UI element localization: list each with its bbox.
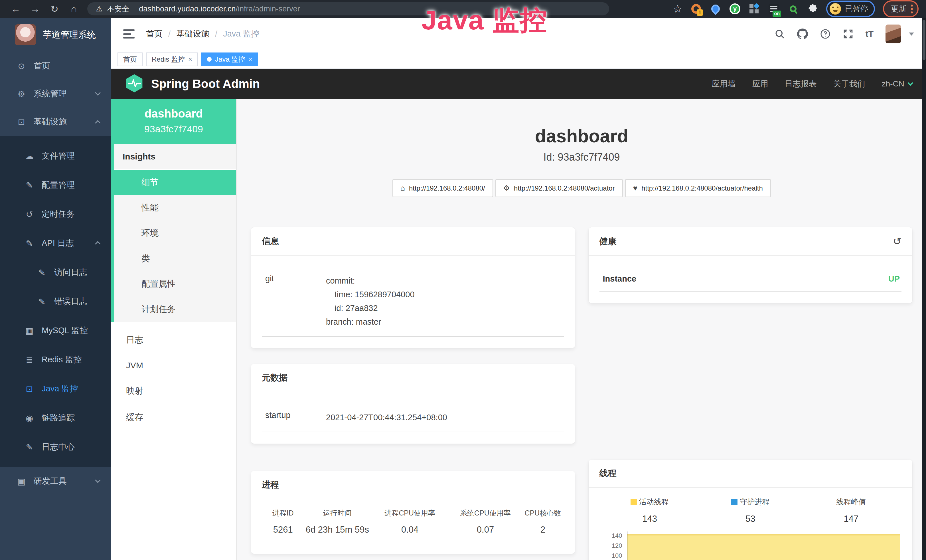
legend-label: 线程峰值 <box>836 497 866 507</box>
sba-instance-header[interactable]: dashboard 93a3fc7f7409 <box>111 99 236 144</box>
sidebar-item-home[interactable]: ⊙ 首页 <box>0 52 111 80</box>
sba-menu-classes[interactable]: 类 <box>114 246 236 271</box>
sba-menu-mappings[interactable]: 映射 <box>111 378 236 404</box>
health-url-button[interactable]: ♥http://192.168.0.2:48080/actuator/healt… <box>625 179 771 197</box>
home-icon[interactable]: ⌂ <box>66 3 82 15</box>
sba-menu-jvm[interactable]: JVM <box>111 353 236 378</box>
extension-grid-icon[interactable] <box>749 3 760 15</box>
user-caret-icon[interactable] <box>909 33 914 36</box>
threads-card-title: 线程 <box>589 460 912 488</box>
hamburger-icon[interactable] <box>123 29 135 38</box>
close-icon[interactable]: × <box>248 55 253 64</box>
service-url-button[interactable]: ⌂http://192.168.0.2:48080/ <box>392 179 493 197</box>
y-tick-140: 140 <box>612 532 622 539</box>
sidebar-item-java-monitor[interactable]: ⊡Java 监控 <box>0 374 111 403</box>
close-icon[interactable]: × <box>188 55 192 64</box>
sba-menu-metrics[interactable]: 性能 <box>114 195 236 221</box>
process-cpu-value: 0.04 <box>371 525 449 535</box>
sidebar-item-label: 定时任务 <box>42 209 75 220</box>
extension-magnifier-icon[interactable] <box>787 3 799 15</box>
history-icon[interactable]: ↺ <box>893 235 902 247</box>
sba-menu-environment[interactable]: 环境 <box>114 221 236 246</box>
sidebar-item-tracing[interactable]: ◉链路追踪 <box>0 403 111 433</box>
extension-orange-icon[interactable]: 1 <box>690 3 702 15</box>
sba-language-select[interactable]: zh-CN <box>882 79 912 88</box>
sba-menu-caches[interactable]: 缓存 <box>111 404 236 431</box>
back-icon[interactable]: ← <box>8 3 24 15</box>
gear-icon: ⚙ <box>15 89 28 99</box>
sidebar-item-api-log[interactable]: ✎API 日志 <box>0 229 111 258</box>
edit-square-icon: ✎ <box>35 297 48 307</box>
font-size-icon[interactable]: tT <box>865 29 873 39</box>
extension-puzzle-icon[interactable] <box>807 3 818 15</box>
reload-icon[interactable]: ↻ <box>46 3 63 15</box>
sba-menu-config-props[interactable]: 配置属性 <box>114 271 236 297</box>
sidebar-item-system[interactable]: ⚙ 系统管理 <box>0 80 111 108</box>
fullscreen-icon[interactable] <box>843 29 853 39</box>
sidebar-item-access-log[interactable]: ✎访问日志 <box>0 258 111 287</box>
sidebar-item-infra[interactable]: ⊡ 基础设施 <box>0 108 111 136</box>
extension-on-icon[interactable]: on <box>768 3 779 15</box>
url-path: /infra/admin-server <box>236 5 300 13</box>
sba-brand-title[interactable]: Spring Boot Admin <box>151 77 260 91</box>
sidebar-item-file-manage[interactable]: ☁文件管理 <box>0 141 111 171</box>
threads-area-chart: 140 120 100 <box>599 531 902 560</box>
sidebar-item-dev-tools[interactable]: ▣ 研发工具 <box>0 467 111 495</box>
bookmark-star-icon[interactable]: ☆ <box>673 3 682 15</box>
app-title: 芋道管理系统 <box>43 29 96 41</box>
sba-menu-logs[interactable]: 日志 <box>111 327 236 353</box>
sidebar-item-label: 链路追踪 <box>42 412 75 424</box>
sba-nav-about[interactable]: 关于我们 <box>833 79 865 89</box>
y-tick-120: 120 <box>612 542 622 549</box>
sidebar-item-log-center[interactable]: ✎日志中心 <box>0 433 111 462</box>
app-logo-row[interactable]: 芋道管理系统 <box>0 18 111 52</box>
tag-redis-monitor[interactable]: Redis 监控× <box>146 53 198 66</box>
paused-extension-badge[interactable]: 已暂停 <box>826 1 875 17</box>
health-status-badge: UP <box>888 274 902 283</box>
health-instance-row[interactable]: Instance UP <box>599 266 902 292</box>
spring-boot-admin-logo-icon <box>125 74 144 94</box>
user-avatar[interactable] <box>885 24 901 43</box>
service-url-label: http://192.168.0.2:48080/ <box>409 184 485 192</box>
sidebar: 芋道管理系统 ⊙ 首页 ⚙ 系统管理 ⊡ 基础设施 ☁文件管理 ✎配置管理 ↺定… <box>0 18 111 560</box>
home-icon: ⌂ <box>400 184 405 192</box>
sidebar-item-error-log[interactable]: ✎错误日志 <box>0 287 111 316</box>
live-threads-value: 143 <box>599 514 700 524</box>
page-scrollbar[interactable] <box>922 18 926 560</box>
threads-values: 143 53 147 <box>599 514 902 524</box>
forward-icon[interactable]: → <box>27 3 43 15</box>
sba-nav-wallboard[interactable]: 应用墙 <box>712 79 736 89</box>
legend-daemon-threads: 守护进程 <box>700 497 801 507</box>
process-col-cores: CPU核心数 <box>522 509 564 518</box>
sba-nav-journal[interactable]: 日志报表 <box>785 79 817 89</box>
eye-icon: ◉ <box>23 413 36 423</box>
tag-java-monitor[interactable]: Java 监控× <box>201 53 258 66</box>
github-icon[interactable] <box>797 29 808 39</box>
legend-label: 活动线程 <box>639 497 669 507</box>
annotation-java-monitor: Java 监控 <box>422 2 548 39</box>
sba-language-label: zh-CN <box>882 79 904 88</box>
sba-nav-applications[interactable]: 应用 <box>752 79 768 89</box>
scrollbar-thumb[interactable] <box>923 20 925 60</box>
sidebar-item-scheduled-jobs[interactable]: ↺定时任务 <box>0 200 111 229</box>
sba-menu-scheduled-tasks[interactable]: 计划任务 <box>114 297 236 322</box>
actuator-url-button[interactable]: ⚙http://192.168.0.2:48080/actuator <box>495 179 623 197</box>
search-icon[interactable] <box>774 29 785 39</box>
extension-y-icon[interactable]: y <box>729 3 741 15</box>
sidebar-item-redis-monitor[interactable]: ≣Redis 监控 <box>0 345 111 374</box>
metadata-startup-value: 2021-04-27T00:44:31.254+08:00 <box>326 410 447 424</box>
daemon-threads-value: 53 <box>700 514 801 524</box>
help-icon[interactable] <box>820 29 831 39</box>
sidebar-item-mysql-monitor[interactable]: ▦MySQL 监控 <box>0 316 111 345</box>
extension-pin-icon[interactable] <box>710 3 721 15</box>
browser-menu-icon[interactable] <box>911 5 913 14</box>
sidebar-item-config-manage[interactable]: ✎配置管理 <box>0 171 111 200</box>
info-card: 信息 git commit: time: 1596289704000 id: 2… <box>251 227 575 348</box>
sba-menu-details[interactable]: 细节 <box>114 170 236 195</box>
process-card-title: 进程 <box>251 471 575 499</box>
tag-home[interactable]: 首页 <box>118 53 142 66</box>
info-git-value: commit: time: 1596289704000 id: 27aa832 … <box>326 274 415 328</box>
breadcrumb-home[interactable]: 首页 <box>146 28 163 40</box>
breadcrumb-infra[interactable]: 基础设施 <box>176 28 209 40</box>
browser-update-button[interactable]: 更新 <box>883 0 918 17</box>
